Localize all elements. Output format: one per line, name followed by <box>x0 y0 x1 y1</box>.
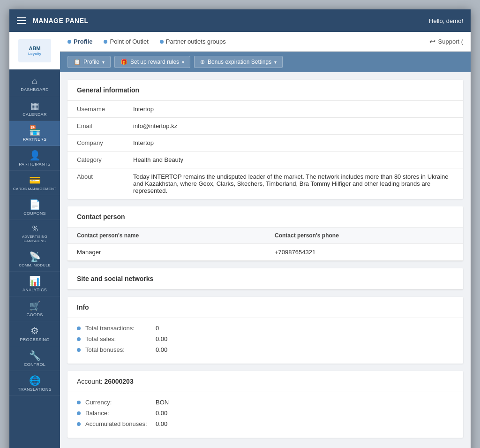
sidebar-item-goods[interactable]: 🛒 GOODS <box>9 296 60 321</box>
control-icon: 🔧 <box>29 351 41 360</box>
tab-dot <box>160 40 164 44</box>
sidebar-item-partners[interactable]: 🏪 PARTNERS <box>9 121 60 146</box>
general-info-title: General information <box>68 80 463 101</box>
category-label: Category <box>68 152 124 168</box>
cards-icon: 💳 <box>29 175 41 185</box>
sidebar-item-dashboard[interactable]: ⌂ DASHBOARD <box>9 71 60 96</box>
logo-image: ABM Loyalty <box>18 39 51 62</box>
list-item: Currency: BON <box>77 399 454 406</box>
table-row: About Today INTERTOP remains the undispu… <box>68 168 463 199</box>
sidebar-item-label: COMM. MODULE <box>19 263 51 267</box>
sidebar-item-cards[interactable]: 💳 CARDS MANAGEMENT <box>9 171 60 195</box>
sidebar-logo: ABM Loyalty <box>9 32 60 69</box>
company-label: Company <box>68 135 124 152</box>
participants-icon: 👤 <box>29 151 41 160</box>
tab-partner-outlets[interactable]: Partner outlets groups <box>160 38 226 45</box>
hamburger-menu[interactable] <box>17 17 26 24</box>
translations-icon: 🌐 <box>29 376 41 385</box>
reward-icon: 🎁 <box>120 59 128 65</box>
username-value: Intertop <box>124 101 463 118</box>
table-row: Company Intertop <box>68 135 463 152</box>
sidebar-item-participants[interactable]: 👤 PARTICIPANTS <box>9 146 60 171</box>
account-label: Account: <box>77 378 102 385</box>
profile-btn-arrow: ▾ <box>102 60 105 65</box>
reward-btn-arrow: ▾ <box>182 60 184 65</box>
reward-btn-label: Set up reward rules <box>130 59 179 65</box>
list-item: Accumulated bonuses: 0.00 <box>77 420 454 427</box>
sidebar-item-label: PARTICIPANTS <box>19 162 51 167</box>
calendar-icon: ▦ <box>30 101 39 110</box>
list-dot <box>77 337 81 341</box>
support-icon: ↩ <box>429 37 435 46</box>
list-item: Total bonuses: 0.00 <box>77 346 454 353</box>
account-info-list: Currency: BON Balance: 0.00 Accumulated … <box>68 392 463 438</box>
contact-person-block: Contact person Contact person's name Con… <box>68 206 463 261</box>
account-header: Account: 26000203 <box>68 371 463 392</box>
reward-rules-button[interactable]: 🎁 Set up reward rules ▾ <box>114 56 190 68</box>
tab-outlet-label: Point of Outlet <box>110 38 148 45</box>
coupons-icon: 📄 <box>29 200 41 209</box>
advertising-icon: ％ <box>31 225 39 233</box>
app-title: MANAGE PANEL <box>33 17 89 24</box>
bonus-icon: ⊕ <box>200 59 205 65</box>
table-row: Category Health and Beauty <box>68 152 463 168</box>
list-dot <box>77 327 81 330</box>
account-block: Account: 26000203 Currency: BON Balance: <box>68 371 463 438</box>
accumulated-bonuses-value: 0.00 <box>156 420 167 427</box>
main-layout: ABM Loyalty ⌂ DASHBOARD ▦ CALENDAR 🏪 PAR… <box>9 32 471 448</box>
top-header: MANAGE PANEL Hello, demo! <box>9 9 471 32</box>
tab-partner-label: Partner outlets groups <box>166 38 226 45</box>
total-sales-value: 0.00 <box>156 335 167 342</box>
dashboard-icon: ⌂ <box>32 76 38 85</box>
total-bonuses-label: Total bonuses: <box>85 346 151 353</box>
info-title: Info <box>68 297 463 318</box>
contact-name-value: Manager <box>68 244 265 261</box>
contact-phone-value: +70987654321 <box>265 244 463 261</box>
content-area: Profile Point of Outlet Partner outlets … <box>60 32 471 448</box>
tab-profile-label: Profile <box>74 38 92 45</box>
sidebar-item-translations[interactable]: 🌐 TRANSLATIONS <box>9 371 60 396</box>
currency-label: Currency: <box>85 399 151 406</box>
sidebar-item-analytics[interactable]: 📊 ANALYTICS <box>9 272 60 296</box>
about-value: Today INTERTOP remains the undisputed le… <box>124 168 463 199</box>
total-bonuses-value: 0.00 <box>156 346 167 353</box>
sidebar-item-label: ADVERTISING CAMPAIGNS <box>11 235 58 243</box>
sidebar-item-control[interactable]: 🔧 CONTROL <box>9 346 60 371</box>
analytics-icon: 📊 <box>29 276 41 286</box>
contact-name-header: Contact person's name <box>68 228 265 244</box>
list-item: Total sales: 0.00 <box>77 335 454 342</box>
balance-label: Balance: <box>85 410 151 417</box>
info-list: Total transactions: 0 Total sales: 0.00 … <box>68 318 463 364</box>
sidebar-item-processing[interactable]: ⚙ PROCESSING <box>9 321 60 346</box>
site-social-block: Site and social networks <box>68 268 463 289</box>
tab-profile[interactable]: Profile <box>68 38 92 45</box>
sidebar-item-coupons[interactable]: 📄 COUPONS <box>9 195 60 220</box>
sidebar-item-label: PARTNERS <box>23 137 47 142</box>
sidebar: ABM Loyalty ⌂ DASHBOARD ▦ CALENDAR 🏪 PAR… <box>9 32 60 448</box>
bonus-btn-label: Bonus expiration Settings <box>208 59 271 65</box>
sidebar-item-label: CARDS MANAGEMENT <box>13 187 56 191</box>
tab-point-of-outlet[interactable]: Point of Outlet <box>104 38 148 45</box>
support-link[interactable]: ↩ Support ( <box>429 37 463 46</box>
sub-nav: Profile Point of Outlet Partner outlets … <box>60 32 471 52</box>
sidebar-item-calendar[interactable]: ▦ CALENDAR <box>9 96 60 121</box>
sidebar-item-comm[interactable]: 📡 COMM. MODULE <box>9 247 60 272</box>
list-dot <box>77 422 81 426</box>
about-label: About <box>68 168 124 199</box>
balance-value: 0.00 <box>156 410 167 417</box>
sidebar-item-label: COUPONS <box>23 211 46 216</box>
sidebar-item-label: DASHBOARD <box>21 87 49 92</box>
logo-text: ABM Loyalty <box>28 46 41 56</box>
goods-icon: 🛒 <box>29 301 41 311</box>
total-transactions-label: Total transactions: <box>85 325 151 332</box>
list-dot <box>77 411 81 415</box>
processing-icon: ⚙ <box>30 326 39 335</box>
list-dot <box>77 348 81 352</box>
accumulated-bonuses-label: Accumulated bonuses: <box>85 420 151 427</box>
bonus-expiration-button[interactable]: ⊕ Bonus expiration Settings ▾ <box>194 56 283 68</box>
sidebar-item-advertising[interactable]: ％ ADVERTISING CAMPAIGNS <box>9 220 60 247</box>
profile-button[interactable]: 📋 Profile ▾ <box>68 56 111 68</box>
header-left: MANAGE PANEL <box>17 17 89 24</box>
contact-person-title: Contact person <box>68 206 463 228</box>
sub-nav-tabs: Profile Point of Outlet Partner outlets … <box>68 38 226 45</box>
